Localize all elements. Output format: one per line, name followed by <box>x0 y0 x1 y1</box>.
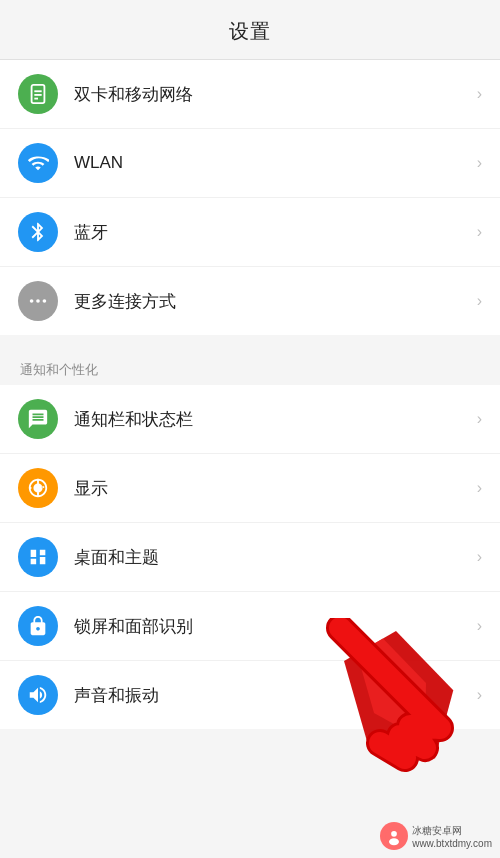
settings-item-lockscreen[interactable]: 锁屏和面部识别 › <box>0 592 500 661</box>
connectivity-group: 双卡和移动网络 › WLAN › 蓝牙 › <box>0 60 500 335</box>
watermark: 冰糖安卓网www.btxtdmy.com <box>380 822 492 850</box>
svg-point-6 <box>43 299 47 303</box>
wlan-label: WLAN <box>74 153 469 173</box>
desktop-label: 桌面和主题 <box>74 546 469 569</box>
svg-rect-3 <box>34 98 38 100</box>
desktop-icon <box>18 537 58 577</box>
chevron-icon: › <box>477 223 482 241</box>
sim-icon <box>18 74 58 114</box>
more-icon <box>18 281 58 321</box>
personalization-group: 通知栏和状态栏 › 显示 › 桌面和主题 › 锁屏和面部识别 › <box>0 385 500 729</box>
settings-item-more[interactable]: 更多连接方式 › <box>0 267 500 335</box>
chevron-icon: › <box>477 686 482 704</box>
wifi-icon <box>18 143 58 183</box>
chevron-icon: › <box>477 479 482 497</box>
settings-item-wlan[interactable]: WLAN › <box>0 129 500 198</box>
display-label: 显示 <box>74 477 469 500</box>
chevron-icon: › <box>477 154 482 172</box>
chevron-icon: › <box>477 85 482 103</box>
lockscreen-label: 锁屏和面部识别 <box>74 615 469 638</box>
svg-rect-1 <box>34 90 41 92</box>
svg-point-10 <box>391 831 397 837</box>
sim-label: 双卡和移动网络 <box>74 83 469 106</box>
svg-point-11 <box>389 838 399 845</box>
settings-item-sim[interactable]: 双卡和移动网络 › <box>0 60 500 129</box>
svg-point-5 <box>36 299 40 303</box>
settings-item-display[interactable]: 显示 › <box>0 454 500 523</box>
svg-point-4 <box>30 299 34 303</box>
chevron-icon: › <box>477 410 482 428</box>
settings-item-desktop[interactable]: 桌面和主题 › <box>0 523 500 592</box>
notification-icon <box>18 399 58 439</box>
svg-rect-2 <box>34 94 41 96</box>
chevron-icon: › <box>477 617 482 635</box>
section-divider <box>0 343 500 351</box>
lock-icon <box>18 606 58 646</box>
display-icon <box>18 468 58 508</box>
settings-item-sound[interactable]: 声音和振动 › <box>0 661 500 729</box>
page-title: 设置 <box>0 18 500 45</box>
more-label: 更多连接方式 <box>74 290 469 313</box>
bluetooth-icon <box>18 212 58 252</box>
chevron-icon: › <box>477 548 482 566</box>
page-header: 设置 <box>0 0 500 60</box>
sound-icon <box>18 675 58 715</box>
chevron-icon: › <box>477 292 482 310</box>
settings-item-bluetooth[interactable]: 蓝牙 › <box>0 198 500 267</box>
section-label-personalization: 通知和个性化 <box>0 351 500 385</box>
watermark-logo <box>380 822 408 850</box>
bluetooth-label: 蓝牙 <box>74 221 469 244</box>
notification-label: 通知栏和状态栏 <box>74 408 469 431</box>
watermark-text: 冰糖安卓网www.btxtdmy.com <box>412 824 492 849</box>
sound-label: 声音和振动 <box>74 684 469 707</box>
settings-item-notification[interactable]: 通知栏和状态栏 › <box>0 385 500 454</box>
